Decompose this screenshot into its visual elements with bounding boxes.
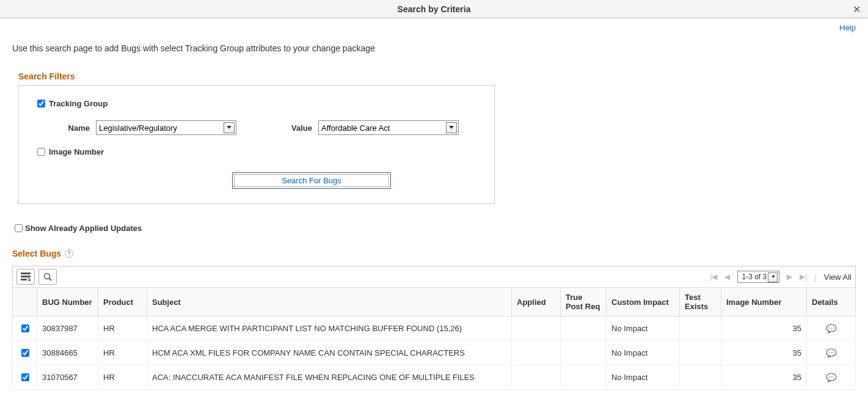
dialog-header: Search by Criteria ✕ — [0, 0, 868, 18]
dialog-title: Search by Criteria — [398, 4, 471, 14]
close-icon[interactable]: ✕ — [853, 4, 861, 15]
